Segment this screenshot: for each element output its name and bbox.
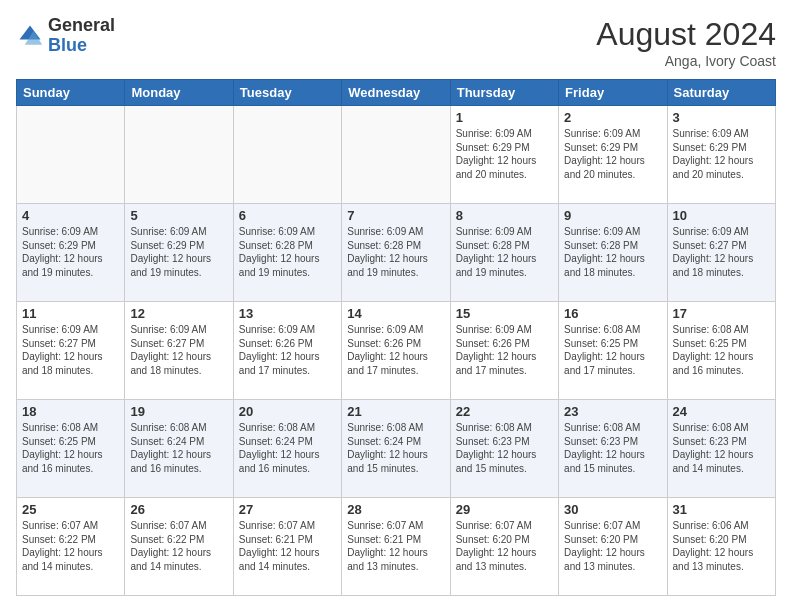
day-header-thursday: Thursday	[450, 80, 558, 106]
calendar-cell: 1Sunrise: 6:09 AM Sunset: 6:29 PM Daylig…	[450, 106, 558, 204]
calendar-header-row: SundayMondayTuesdayWednesdayThursdayFrid…	[17, 80, 776, 106]
calendar-cell: 21Sunrise: 6:08 AM Sunset: 6:24 PM Dayli…	[342, 400, 450, 498]
calendar-cell: 4Sunrise: 6:09 AM Sunset: 6:29 PM Daylig…	[17, 204, 125, 302]
day-info: Sunrise: 6:08 AM Sunset: 6:25 PM Dayligh…	[564, 323, 661, 377]
day-number: 2	[564, 110, 661, 125]
day-number: 21	[347, 404, 444, 419]
calendar-week-row: 4Sunrise: 6:09 AM Sunset: 6:29 PM Daylig…	[17, 204, 776, 302]
calendar-week-row: 11Sunrise: 6:09 AM Sunset: 6:27 PM Dayli…	[17, 302, 776, 400]
calendar-cell: 14Sunrise: 6:09 AM Sunset: 6:26 PM Dayli…	[342, 302, 450, 400]
day-info: Sunrise: 6:09 AM Sunset: 6:29 PM Dayligh…	[673, 127, 770, 181]
calendar-cell	[342, 106, 450, 204]
day-info: Sunrise: 6:09 AM Sunset: 6:29 PM Dayligh…	[130, 225, 227, 279]
calendar-cell: 7Sunrise: 6:09 AM Sunset: 6:28 PM Daylig…	[342, 204, 450, 302]
calendar-cell: 13Sunrise: 6:09 AM Sunset: 6:26 PM Dayli…	[233, 302, 341, 400]
calendar-cell: 30Sunrise: 6:07 AM Sunset: 6:20 PM Dayli…	[559, 498, 667, 596]
calendar-table: SundayMondayTuesdayWednesdayThursdayFrid…	[16, 79, 776, 596]
day-info: Sunrise: 6:09 AM Sunset: 6:29 PM Dayligh…	[564, 127, 661, 181]
day-info: Sunrise: 6:09 AM Sunset: 6:28 PM Dayligh…	[564, 225, 661, 279]
day-number: 16	[564, 306, 661, 321]
day-info: Sunrise: 6:07 AM Sunset: 6:20 PM Dayligh…	[456, 519, 553, 573]
calendar-cell	[233, 106, 341, 204]
day-header-sunday: Sunday	[17, 80, 125, 106]
calendar-cell: 12Sunrise: 6:09 AM Sunset: 6:27 PM Dayli…	[125, 302, 233, 400]
calendar-cell: 6Sunrise: 6:09 AM Sunset: 6:28 PM Daylig…	[233, 204, 341, 302]
day-info: Sunrise: 6:09 AM Sunset: 6:28 PM Dayligh…	[347, 225, 444, 279]
day-info: Sunrise: 6:08 AM Sunset: 6:24 PM Dayligh…	[239, 421, 336, 475]
calendar-cell: 9Sunrise: 6:09 AM Sunset: 6:28 PM Daylig…	[559, 204, 667, 302]
calendar-cell: 3Sunrise: 6:09 AM Sunset: 6:29 PM Daylig…	[667, 106, 775, 204]
day-info: Sunrise: 6:07 AM Sunset: 6:22 PM Dayligh…	[130, 519, 227, 573]
day-info: Sunrise: 6:09 AM Sunset: 6:28 PM Dayligh…	[456, 225, 553, 279]
month-year: August 2024	[596, 16, 776, 53]
calendar-cell: 11Sunrise: 6:09 AM Sunset: 6:27 PM Dayli…	[17, 302, 125, 400]
calendar-cell: 26Sunrise: 6:07 AM Sunset: 6:22 PM Dayli…	[125, 498, 233, 596]
day-info: Sunrise: 6:09 AM Sunset: 6:26 PM Dayligh…	[347, 323, 444, 377]
day-info: Sunrise: 6:09 AM Sunset: 6:29 PM Dayligh…	[456, 127, 553, 181]
day-number: 13	[239, 306, 336, 321]
calendar-cell	[125, 106, 233, 204]
calendar-cell: 17Sunrise: 6:08 AM Sunset: 6:25 PM Dayli…	[667, 302, 775, 400]
day-number: 25	[22, 502, 119, 517]
day-info: Sunrise: 6:07 AM Sunset: 6:22 PM Dayligh…	[22, 519, 119, 573]
day-info: Sunrise: 6:07 AM Sunset: 6:20 PM Dayligh…	[564, 519, 661, 573]
calendar-cell: 20Sunrise: 6:08 AM Sunset: 6:24 PM Dayli…	[233, 400, 341, 498]
calendar-cell: 31Sunrise: 6:06 AM Sunset: 6:20 PM Dayli…	[667, 498, 775, 596]
day-number: 7	[347, 208, 444, 223]
day-info: Sunrise: 6:06 AM Sunset: 6:20 PM Dayligh…	[673, 519, 770, 573]
day-info: Sunrise: 6:09 AM Sunset: 6:29 PM Dayligh…	[22, 225, 119, 279]
header: General Blue August 2024 Anga, Ivory Coa…	[16, 16, 776, 69]
day-number: 10	[673, 208, 770, 223]
calendar-cell: 5Sunrise: 6:09 AM Sunset: 6:29 PM Daylig…	[125, 204, 233, 302]
day-number: 9	[564, 208, 661, 223]
calendar-cell: 29Sunrise: 6:07 AM Sunset: 6:20 PM Dayli…	[450, 498, 558, 596]
day-info: Sunrise: 6:07 AM Sunset: 6:21 PM Dayligh…	[347, 519, 444, 573]
day-number: 31	[673, 502, 770, 517]
day-number: 4	[22, 208, 119, 223]
day-number: 18	[22, 404, 119, 419]
calendar-cell: 19Sunrise: 6:08 AM Sunset: 6:24 PM Dayli…	[125, 400, 233, 498]
calendar-cell: 28Sunrise: 6:07 AM Sunset: 6:21 PM Dayli…	[342, 498, 450, 596]
day-header-tuesday: Tuesday	[233, 80, 341, 106]
day-info: Sunrise: 6:08 AM Sunset: 6:23 PM Dayligh…	[564, 421, 661, 475]
calendar-cell: 25Sunrise: 6:07 AM Sunset: 6:22 PM Dayli…	[17, 498, 125, 596]
location: Anga, Ivory Coast	[596, 53, 776, 69]
logo: General Blue	[16, 16, 115, 56]
day-number: 17	[673, 306, 770, 321]
calendar-week-row: 1Sunrise: 6:09 AM Sunset: 6:29 PM Daylig…	[17, 106, 776, 204]
day-number: 27	[239, 502, 336, 517]
day-number: 5	[130, 208, 227, 223]
day-info: Sunrise: 6:08 AM Sunset: 6:23 PM Dayligh…	[456, 421, 553, 475]
logo-icon	[16, 22, 44, 50]
day-number: 19	[130, 404, 227, 419]
calendar-cell: 10Sunrise: 6:09 AM Sunset: 6:27 PM Dayli…	[667, 204, 775, 302]
day-number: 22	[456, 404, 553, 419]
logo-text: General Blue	[48, 16, 115, 56]
calendar-week-row: 25Sunrise: 6:07 AM Sunset: 6:22 PM Dayli…	[17, 498, 776, 596]
day-info: Sunrise: 6:08 AM Sunset: 6:24 PM Dayligh…	[347, 421, 444, 475]
day-number: 20	[239, 404, 336, 419]
day-number: 15	[456, 306, 553, 321]
day-number: 11	[22, 306, 119, 321]
day-info: Sunrise: 6:08 AM Sunset: 6:23 PM Dayligh…	[673, 421, 770, 475]
calendar-week-row: 18Sunrise: 6:08 AM Sunset: 6:25 PM Dayli…	[17, 400, 776, 498]
day-info: Sunrise: 6:09 AM Sunset: 6:27 PM Dayligh…	[130, 323, 227, 377]
logo-blue: Blue	[48, 35, 87, 55]
calendar-cell: 15Sunrise: 6:09 AM Sunset: 6:26 PM Dayli…	[450, 302, 558, 400]
day-number: 30	[564, 502, 661, 517]
calendar-cell: 23Sunrise: 6:08 AM Sunset: 6:23 PM Dayli…	[559, 400, 667, 498]
day-number: 24	[673, 404, 770, 419]
day-header-friday: Friday	[559, 80, 667, 106]
day-header-wednesday: Wednesday	[342, 80, 450, 106]
day-number: 8	[456, 208, 553, 223]
day-info: Sunrise: 6:07 AM Sunset: 6:21 PM Dayligh…	[239, 519, 336, 573]
day-number: 23	[564, 404, 661, 419]
day-number: 28	[347, 502, 444, 517]
day-number: 6	[239, 208, 336, 223]
day-number: 1	[456, 110, 553, 125]
day-number: 14	[347, 306, 444, 321]
title-block: August 2024 Anga, Ivory Coast	[596, 16, 776, 69]
day-info: Sunrise: 6:09 AM Sunset: 6:26 PM Dayligh…	[239, 323, 336, 377]
day-info: Sunrise: 6:08 AM Sunset: 6:25 PM Dayligh…	[22, 421, 119, 475]
calendar-cell	[17, 106, 125, 204]
